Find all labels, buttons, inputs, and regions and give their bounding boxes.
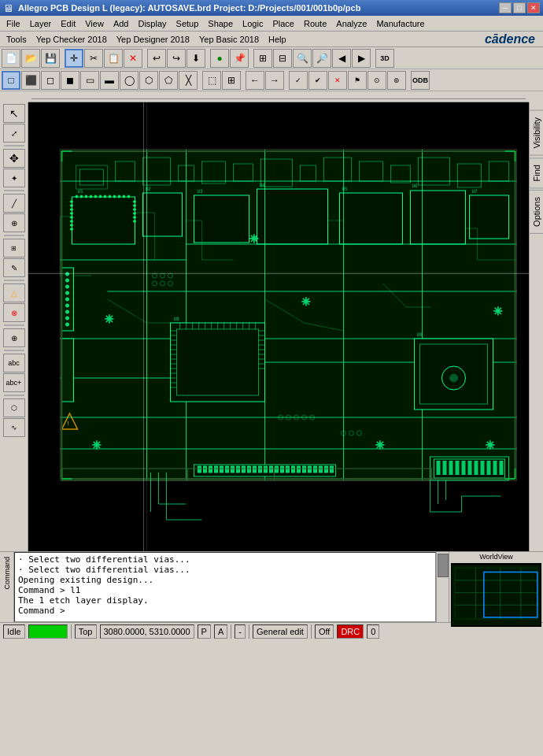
menu-route[interactable]: Route xyxy=(299,17,331,30)
tb2-rect3[interactable]: ▬ xyxy=(100,71,119,90)
tab-options[interactable]: Options xyxy=(529,190,544,234)
tb2-filled-rect[interactable]: ⬛ xyxy=(21,71,40,90)
tb-zoom-next[interactable]: ▶ xyxy=(352,49,371,68)
menu-add[interactable]: Add xyxy=(109,17,134,30)
tb2-arrow-right[interactable]: → xyxy=(265,71,284,90)
menu-edit[interactable]: Edit xyxy=(56,17,80,30)
tb2-cross[interactable]: ✕ xyxy=(328,71,347,90)
lt-select[interactable]: ↖ xyxy=(3,104,25,123)
menu-yep-checker[interactable]: Yep Checker 2018 xyxy=(31,33,112,46)
tb-new[interactable]: 📄 xyxy=(2,49,20,68)
lt-symbol[interactable]: ⊞ xyxy=(3,239,25,258)
menu-yep-basic[interactable]: Yep Basic 2018 xyxy=(194,33,264,46)
console-output[interactable]: · Select two differential vias... · Sele… xyxy=(14,552,436,622)
pcb-canvas-area[interactable]: ✳ ✳ ✳ ✳ ✳ ✳ ✳ U1 U2 U3 U4 U5 U6 U7 U8 U9 xyxy=(28,102,529,551)
minimize-button[interactable]: ─ xyxy=(499,2,512,13)
tb-zoom-in-rect[interactable]: ⊞ xyxy=(253,49,272,68)
status-drc[interactable]: DRC xyxy=(337,624,364,639)
tb2-rect2[interactable]: ▭ xyxy=(80,71,99,90)
menu-setup[interactable]: Setup xyxy=(172,17,204,30)
tab-visibility[interactable]: Visibility xyxy=(529,110,544,156)
tb2-check1[interactable]: ✓ xyxy=(289,71,308,90)
tb-3d[interactable]: 3D xyxy=(375,49,394,68)
lt-delete2[interactable]: ⊗ xyxy=(3,303,25,322)
svg-rect-80 xyxy=(248,466,251,472)
tb2-select2[interactable]: ⬚ xyxy=(202,71,221,90)
console-line-5: The 1 etch layer display. xyxy=(18,595,432,606)
tb-pushpin[interactable]: 📌 xyxy=(230,49,249,68)
menu-bar-2: Tools Yep Checker 2018 Yep Designer 2018… xyxy=(0,32,543,47)
tb2-grid[interactable]: ⊞ xyxy=(222,71,241,90)
svg-rect-32 xyxy=(71,220,73,222)
lt-add[interactable]: ✎ xyxy=(3,258,25,277)
menu-yep-designer[interactable]: Yep Designer 2018 xyxy=(112,33,194,46)
tb2-rect-outline[interactable]: ◻ xyxy=(41,71,60,90)
svg-rect-133 xyxy=(468,461,472,475)
svg-rect-38 xyxy=(134,213,136,214)
tb2-select[interactable]: □ xyxy=(2,71,20,90)
menu-shape[interactable]: Shape xyxy=(203,17,238,30)
tb2-snap2[interactable]: ⊚ xyxy=(387,71,406,90)
menu-layer[interactable]: Layer xyxy=(25,17,57,30)
tb-cut[interactable]: ✂ xyxy=(84,49,103,68)
tb-redo[interactable]: ↪ xyxy=(167,49,186,68)
svg-text:U3: U3 xyxy=(198,188,204,194)
lt-text-add[interactable]: abc+ xyxy=(3,373,25,392)
maximize-button[interactable]: □ xyxy=(513,2,526,13)
svg-rect-85 xyxy=(275,466,279,472)
lt-extra2[interactable]: ∿ xyxy=(3,418,25,437)
lt-drc[interactable]: △ xyxy=(3,284,25,302)
tab-find[interactable]: Find xyxy=(529,158,544,188)
tb-zoom-area[interactable]: 🔎 xyxy=(312,49,331,68)
tb-zoom-fit[interactable]: 🔍 xyxy=(293,49,312,68)
tb2-arrow-left[interactable]: ← xyxy=(246,71,264,90)
status-layer: Top xyxy=(75,624,97,639)
menu-place[interactable]: Place xyxy=(268,17,299,30)
tb2-hex1[interactable]: ⬡ xyxy=(139,71,158,90)
lt-extra1[interactable]: ⬡ xyxy=(3,398,25,417)
tb-zoom-out[interactable]: ⊟ xyxy=(273,49,292,68)
lt-via[interactable]: ⊕ xyxy=(3,213,25,232)
menu-analyze[interactable]: Analyze xyxy=(331,17,371,30)
menu-manufacture[interactable]: Manufacture xyxy=(371,17,429,30)
status-p[interactable]: P xyxy=(198,624,211,639)
tb2-filled-small[interactable]: ◼ xyxy=(61,71,79,90)
tb2-check2[interactable]: ✔ xyxy=(308,71,327,90)
tb-save[interactable]: 💾 xyxy=(41,49,60,68)
svg-rect-42 xyxy=(81,195,83,198)
svg-rect-27 xyxy=(71,201,73,202)
tb2-x[interactable]: ╳ xyxy=(179,71,198,90)
tb-open[interactable]: 📂 xyxy=(21,49,40,68)
console-scrollbar[interactable] xyxy=(436,552,449,622)
lt-zoom[interactable]: ⤢ xyxy=(3,124,25,143)
svg-rect-136 xyxy=(487,461,491,475)
pcb-svg[interactable]: ✳ ✳ ✳ ✳ ✳ ✳ ✳ U1 U2 U3 U4 U5 U6 U7 U8 U9 xyxy=(28,102,529,551)
menu-tools[interactable]: Tools xyxy=(2,33,31,46)
tb-undo[interactable]: ↩ xyxy=(147,49,166,68)
lt-text[interactable]: abc xyxy=(3,354,25,372)
tb2-circle[interactable]: ◯ xyxy=(120,71,139,90)
lt-move[interactable]: ✥ xyxy=(3,149,25,168)
menu-help[interactable]: Help xyxy=(264,33,291,46)
tb2-flag[interactable]: ⚑ xyxy=(348,71,367,90)
svg-rect-49 xyxy=(114,195,116,198)
tb2-hex2[interactable]: ⬠ xyxy=(159,71,178,90)
menu-logic[interactable]: Logic xyxy=(238,17,268,30)
tb-delete[interactable]: ✕ xyxy=(124,49,142,68)
menu-file[interactable]: File xyxy=(2,17,25,30)
tb-ratsnest[interactable]: ● xyxy=(210,49,229,68)
svg-rect-132 xyxy=(462,461,466,475)
status-a[interactable]: A xyxy=(214,624,227,639)
tb-copy[interactable]: 📋 xyxy=(104,49,123,68)
lt-copy2[interactable]: ✦ xyxy=(3,169,25,187)
menu-view[interactable]: View xyxy=(80,17,109,30)
close-button[interactable]: ✕ xyxy=(527,2,540,13)
tb-zoom-prev[interactable]: ◀ xyxy=(332,49,351,68)
tb2-snap[interactable]: ⊙ xyxy=(368,71,386,90)
tb-crosshair[interactable]: ✛ xyxy=(65,49,83,68)
menu-display[interactable]: Display xyxy=(133,17,171,30)
tb-down[interactable]: ⬇ xyxy=(187,49,205,68)
tb2-odb[interactable]: ODB xyxy=(411,71,430,90)
lt-route[interactable]: ╱ xyxy=(3,194,25,213)
lt-measure[interactable]: ⊕ xyxy=(3,328,25,347)
